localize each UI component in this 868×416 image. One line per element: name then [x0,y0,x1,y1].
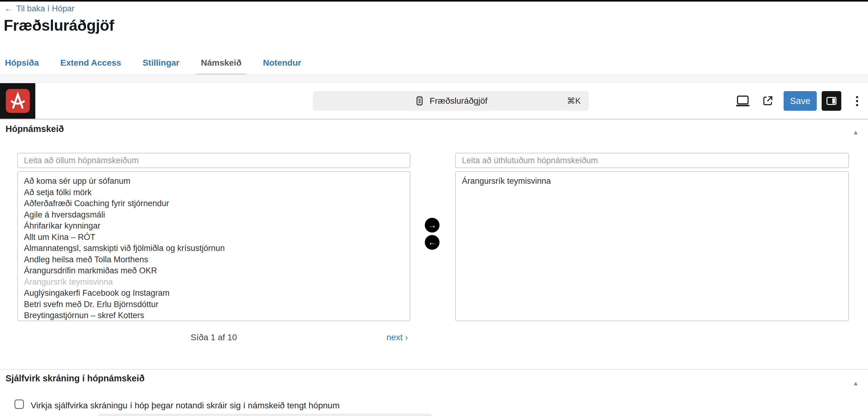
course-list-item[interactable]: Agile á hversdagsmáli [24,209,410,221]
auto-enroll-section-heading: Sjálfvirk skráning í hópnámskeið [5,373,145,383]
pagination: Síða 1 af 10 next › [17,332,410,345]
available-courses-listbox[interactable]: Að koma sér upp úr sófanumAð setja fólki… [17,171,410,321]
group-courses-page: ← Til baka í Hópar Fræðsluráðgjöf Hópsíð… [0,0,868,416]
assigned-course-list-item[interactable]: Árangursrík teymisvinna [462,175,848,187]
auto-enroll-checkbox-label[interactable]: Virkja sjálfvirka skráningu í hóp þegar … [31,401,339,411]
back-link-label: Til baka í Hópar [16,4,74,13]
pagination-next-link[interactable]: next › [386,332,408,342]
course-list-item[interactable]: Auglýsingakerfi Facebook og Instagram [24,287,410,299]
course-list-item[interactable]: Allt um Kína – RÓT [24,232,410,243]
options-kebab-button[interactable] [849,91,865,111]
course-list-item[interactable]: Breytingastjórnun – skref Kotters [24,310,410,321]
course-list-item[interactable]: Betri svefn með Dr. Erlu Björnsdóttur [24,299,410,310]
assigned-courses-listbox[interactable]: Árangursrík teymisvinna [455,171,849,321]
tab-bar: HópsíðaExtend AccessStillingarNámskeiðNo… [0,52,868,77]
course-list-item[interactable]: Árangursrík teymisvinna [24,277,410,288]
course-list-item[interactable]: Að koma sér upp úr sófanum [24,175,410,187]
laptop-icon [735,94,750,108]
unassign-course-button[interactable]: ← [425,235,439,250]
auto-enroll-checkbox[interactable] [14,399,24,409]
external-link-icon [761,95,774,107]
toolbar-top-strip [0,74,868,83]
kebab-menu-icon [856,96,858,98]
top-black-bar [0,0,868,2]
back-link[interactable]: ← Til baka í Hópar [4,4,74,13]
course-list-item[interactable]: Áhrifaríkar kynningar [24,220,410,232]
tab[interactable]: Notendur [263,52,301,74]
tab[interactable]: Námskeið [201,52,241,74]
document-icon [414,96,425,106]
save-button[interactable]: Save [784,91,817,111]
courses-section-heading: Hópnámskeið [5,124,64,134]
course-list-item[interactable]: Andleg heilsa með Tolla Morthens [24,254,410,265]
assign-course-button[interactable]: → [425,218,439,232]
command-shortcut: ⌘K [567,96,581,106]
tab[interactable]: Hópsíða [5,52,39,74]
document-command-bar[interactable]: Fræðsluráðgjöf ⌘K [313,91,589,111]
akademias-logo-icon [6,89,30,113]
course-list-item[interactable]: Aðferðafræði Coaching fyrir stjórnendur [24,198,410,209]
tab[interactable]: Extend Access [60,52,121,74]
arrow-right-icon: → [428,221,436,230]
section-divider [0,369,868,370]
pagination-status: Síða 1 af 10 [17,332,410,342]
course-list-item[interactable]: Að setja fólki mörk [24,187,410,198]
courses-collapse-button[interactable]: ▲ [852,129,859,136]
course-list-item[interactable]: Árangursdrifin markmiðas með OKR [24,265,410,277]
back-arrow-icon: ← [4,4,12,13]
view-site-button[interactable] [761,94,775,108]
sidebar-panel-icon [825,95,838,107]
tab[interactable]: Stillingar [143,52,180,74]
editor-toolbar: Fræðsluráðgjöf ⌘K Save [0,83,868,120]
auto-enroll-collapse-button[interactable]: ▲ [852,380,859,387]
course-list-item[interactable]: Almannatengsl, samskipti við fjölmiðla o… [24,243,410,254]
page-title: Fræðsluráðgjöf [4,17,114,34]
bottom-panel-edge [98,414,432,416]
settings-sidebar-toggle[interactable] [822,91,841,111]
available-courses-search-input[interactable] [17,153,410,168]
move-buttons: → ← [425,218,439,250]
assigned-courses-search-input[interactable] [455,153,849,168]
site-logo-button[interactable] [0,83,35,119]
preview-button[interactable] [735,94,751,108]
document-title: Fræðsluráðgjöf [430,96,487,106]
arrow-left-icon: ← [428,238,436,247]
